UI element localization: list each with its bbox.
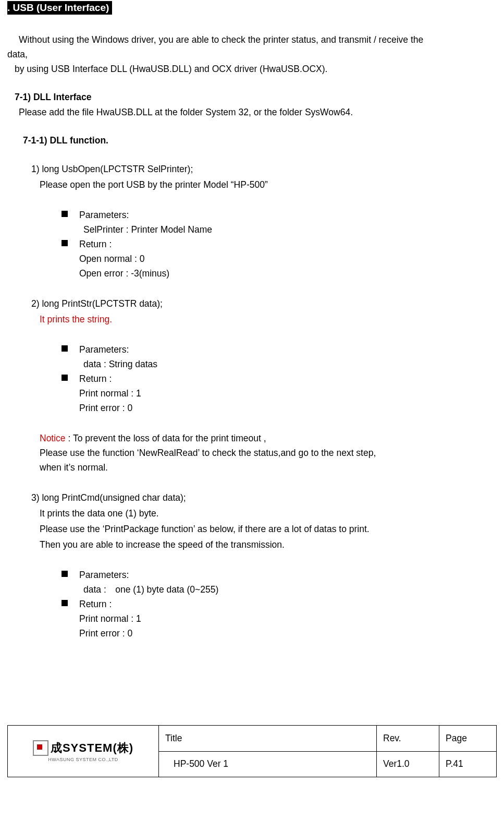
footer-title-label: Title (159, 726, 376, 751)
square-bullet-icon (62, 211, 68, 217)
footer-rev-label: Rev. (376, 726, 439, 751)
section-title: . USB (User Interface) (7, 1, 112, 15)
fn1-return-1: Open normal : 0 (7, 251, 497, 266)
fn2-description: It prints the string. (7, 312, 497, 327)
fn3-parameters-label: Parameters: (79, 568, 497, 582)
intro-block: Without using the Windows driver, you ar… (7, 32, 497, 76)
fn2-parameters-row: Parameters: (7, 342, 497, 357)
intro-line-3: by using USB Interface DLL (HwaUSB.DLL) … (7, 62, 497, 76)
square-bullet-icon (62, 571, 68, 577)
logo-mark-icon (33, 740, 48, 756)
fn3-description-3: Then you are able to increase the speed … (7, 537, 497, 552)
notice-line-3: when it’s normal. (40, 460, 497, 475)
fn2-return-label: Return : (79, 371, 497, 386)
square-bullet-icon (62, 375, 68, 381)
fn3-description-2: Please use the ‘PrintPackage function’ a… (7, 522, 497, 536)
fn3-return-2: Print error : 0 (7, 626, 497, 641)
fn1-return-row: Return : (7, 237, 497, 251)
fn2-signature: 2) long PrintStr(LPCTSTR data); (7, 296, 497, 311)
footer-rev-value: Ver1.0 (376, 752, 439, 777)
notice-block: Notice : To prevent the loss of data for… (7, 431, 497, 475)
page: . USB (User Interface) Without using the… (0, 0, 504, 777)
fn2-return-2: Print error : 0 (7, 401, 497, 415)
footer-table: Title Rev. Page HP-500 Ver 1 Ver1.0 P.41 (159, 726, 496, 777)
fn1-return-2: Open error : -3(minus) (7, 266, 497, 281)
fn2-return-row: Return : (7, 371, 497, 386)
fn1-signature: 1) long UsbOpen(LPCTSTR SelPrinter); (7, 162, 497, 176)
logo-text-sub: HWASUNG SYSTEM CO.,LTD (48, 757, 118, 762)
fn2-parameters-detail: data : String datas (7, 357, 497, 371)
fn3-return-label: Return : (79, 597, 497, 611)
logo-text-main: 成SYSTEM(株) (51, 740, 133, 756)
fn1-return-label: Return : (79, 237, 497, 251)
square-bullet-icon (62, 240, 68, 246)
footer-title-value: HP-500 Ver 1 (159, 752, 376, 777)
footer-value-row: HP-500 Ver 1 Ver1.0 P.41 (159, 751, 496, 777)
notice-line-2: Please use the function ‘NewRealRead’ to… (40, 445, 497, 460)
fn1-parameters-detail: SelPrinter : Printer Model Name (7, 222, 497, 237)
heading-7-1-body: Please add the file HwaUSB.DLL at the fo… (7, 105, 497, 119)
heading-7-1-1: 7-1-1) DLL function. (7, 135, 497, 146)
footer-page-label: Page (439, 726, 496, 751)
fn1-parameters-label: Parameters: (79, 208, 497, 222)
fn3-parameters-row: Parameters: (7, 568, 497, 582)
footer: 成SYSTEM(株) HWASUNG SYSTEM CO.,LTD Title … (7, 725, 497, 777)
fn3-signature: 3) long PrintCmd(unsigned char data); (7, 490, 497, 505)
square-bullet-icon (62, 600, 68, 606)
logo: 成SYSTEM(株) (33, 740, 133, 756)
footer-header-row: Title Rev. Page (159, 726, 496, 751)
fn1-description: Please open the port USB by the printer … (7, 177, 497, 192)
notice-line-1: : To prevent the loss of data for the pr… (66, 433, 266, 443)
footer-page-value: P.41 (439, 752, 496, 777)
intro-line-2: data, (7, 47, 497, 62)
fn3-return-1: Print normal : 1 (7, 611, 497, 626)
fn2-return-1: Print normal : 1 (7, 386, 497, 401)
fn2-parameters-label: Parameters: (79, 342, 497, 357)
fn1-parameters-row: Parameters: (7, 208, 497, 222)
fn3-parameters-detail: data : one (1) byte data (0~255) (7, 582, 497, 597)
heading-7-1: 7-1) DLL Interface (7, 92, 497, 103)
square-bullet-icon (62, 345, 68, 352)
notice-label: Notice (40, 433, 66, 443)
intro-line-1: Without using the Windows driver, you ar… (7, 32, 497, 47)
fn3-return-row: Return : (7, 597, 497, 611)
footer-logo-cell: 成SYSTEM(株) HWASUNG SYSTEM CO.,LTD (8, 726, 159, 777)
fn3-description-1: It prints the data one (1) byte. (7, 506, 497, 521)
